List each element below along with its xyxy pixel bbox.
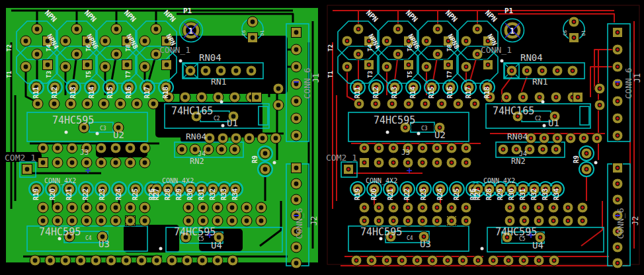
label-j2-ref: J2: [309, 216, 319, 225]
pad-via-dot: [522, 259, 525, 262]
pad-hole: [294, 99, 299, 104]
pad-via-dot: [355, 259, 358, 262]
label-u2-ref: U2: [113, 130, 124, 140]
pad-via-dot: [392, 161, 395, 164]
pad-via-dot: [462, 259, 464, 262]
pad-via-dot: [436, 206, 438, 209]
label-npn_groups-0-t_lower: T1: [6, 71, 13, 78]
label-j3: J3: [80, 148, 89, 157]
pad-hole: [114, 146, 118, 151]
pad-via-dot: [581, 219, 584, 222]
pad-hole: [41, 206, 46, 210]
label-resistors_bottom_right-2: R29: [175, 188, 182, 200]
pad-via-dot: [543, 137, 545, 139]
pad-hole: [35, 27, 40, 32]
pad-hole: [63, 258, 68, 263]
pad-hole: [128, 206, 133, 210]
label-u2-cap: C3: [100, 126, 106, 132]
pad-hole: [56, 206, 60, 210]
pad-via-dot: [552, 206, 555, 209]
label-cap_top-left: C6: [563, 30, 568, 36]
pad-hole: [200, 95, 204, 100]
pad-via-dot: [555, 96, 557, 98]
pad-hole: [294, 261, 299, 266]
pad-hole: [259, 219, 264, 223]
pad-via-dot: [510, 69, 513, 72]
label-conn_overlay: CONN_4X2: [483, 177, 515, 185]
pad-hole: [85, 161, 89, 165]
label-j1-ref: J1: [633, 73, 642, 83]
pad-hole: [128, 219, 133, 223]
pad-hole: [70, 146, 75, 151]
pad-via-dot: [424, 102, 426, 105]
pad-hole: [216, 219, 220, 223]
pad-via-dot: [397, 28, 399, 30]
pad-hole: [70, 206, 75, 210]
label-u4-value: 74HC595: [495, 226, 537, 238]
label-rn2-value: RN04: [507, 132, 528, 141]
label-resistors_bottom_left-6: R25: [132, 188, 139, 200]
label-resistors_bottom_left-4: R23: [99, 188, 106, 200]
label-j2-ref: J2: [631, 216, 640, 225]
pad-hole: [56, 146, 60, 151]
label-resistors_top-5: R16: [446, 87, 454, 98]
pad-hole: [294, 30, 299, 35]
pad-hole: [79, 258, 83, 263]
pad-via-dot: [374, 102, 377, 105]
pad-via-dot: [423, 235, 425, 238]
label-resistors_bottom_left-1: R20: [49, 188, 56, 200]
pad-hole: [85, 102, 90, 106]
pad-via-dot: [407, 206, 409, 209]
label-resistors_top-5: R16: [125, 87, 132, 98]
label-j1-footprint: CONN_6: [624, 68, 633, 99]
label-p1-ref: P1: [183, 7, 192, 15]
pad-via-dot: [465, 219, 467, 222]
pad-hole: [220, 147, 224, 152]
pad-via-dot: [585, 152, 588, 155]
label-resistors_top-7: R18: [483, 87, 491, 98]
pad-hole: [216, 206, 220, 210]
pad-via-dot: [378, 147, 380, 149]
label-npn_groups-3-t_upper: T8: [446, 44, 453, 52]
label-conn_overlay: CONN_4X2: [366, 177, 397, 185]
pad-via-dot: [508, 219, 511, 222]
pad-via-dot: [616, 198, 619, 201]
pad-via-dot: [431, 259, 434, 262]
pad-via-dot: [357, 28, 360, 30]
pad-via-dot: [436, 219, 438, 222]
pad-via-dot: [616, 246, 619, 249]
label-j3: J3: [401, 148, 410, 157]
pad-via-dot: [528, 148, 531, 151]
pad-hole: [217, 235, 221, 240]
pad-hole: [154, 52, 159, 57]
pad-hole: [155, 258, 159, 263]
pad-via-dot: [616, 48, 619, 51]
pad-via-dot: [522, 96, 524, 98]
pad-hole: [143, 219, 147, 223]
pad-via-dot: [616, 31, 619, 34]
pad-hole: [125, 63, 130, 67]
pad-via-dot: [538, 96, 541, 98]
silk-dot: [179, 59, 182, 63]
label-resistors_bottom_left-0: R19: [32, 188, 40, 200]
pad-via-dot: [368, 63, 370, 66]
pad-via-dot: [450, 161, 453, 164]
label-npn_groups-1-t_lower: T3: [367, 71, 374, 78]
pad-hole: [114, 206, 118, 210]
label-conn_overlay: CONN_4X2: [162, 177, 194, 185]
label-resistors_top-6: R17: [143, 87, 151, 98]
pad-via-dot: [567, 219, 569, 222]
label-u2-value: 74HC595: [52, 114, 94, 126]
pad-via-dot: [391, 102, 393, 105]
pad-hole: [24, 39, 28, 44]
pad-hole: [233, 147, 237, 152]
pad-via-dot: [421, 206, 424, 209]
pad-via-dot: [421, 147, 424, 149]
pad-via-dot: [577, 96, 579, 98]
pad-via-dot: [407, 161, 409, 164]
pad-hole: [230, 219, 235, 223]
label-npn_groups-2-t_upper: T6: [85, 44, 92, 52]
pad-via-dot: [436, 147, 438, 149]
silk-dot: [96, 132, 99, 136]
pad-hole: [114, 27, 119, 32]
